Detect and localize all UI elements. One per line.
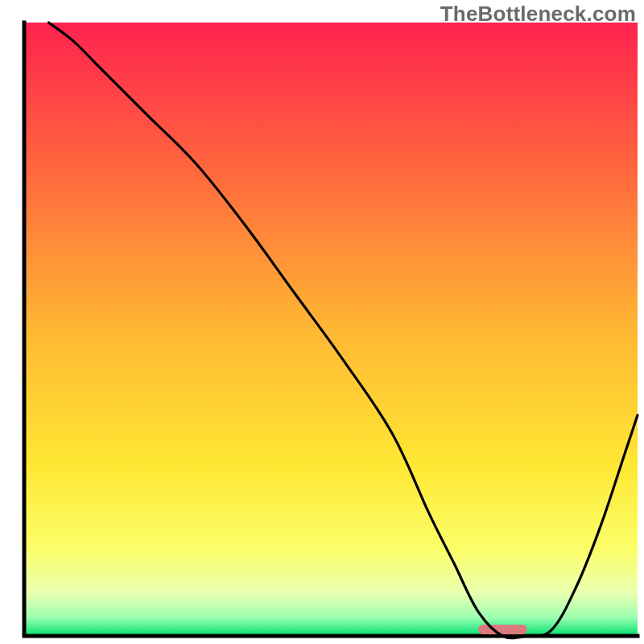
watermark-text: TheBottleneck.com <box>440 2 636 27</box>
chart-container: TheBottleneck.com <box>0 0 644 644</box>
highlight-segment <box>478 625 527 634</box>
bottleneck-chart <box>0 0 644 644</box>
plot-background <box>24 23 638 636</box>
